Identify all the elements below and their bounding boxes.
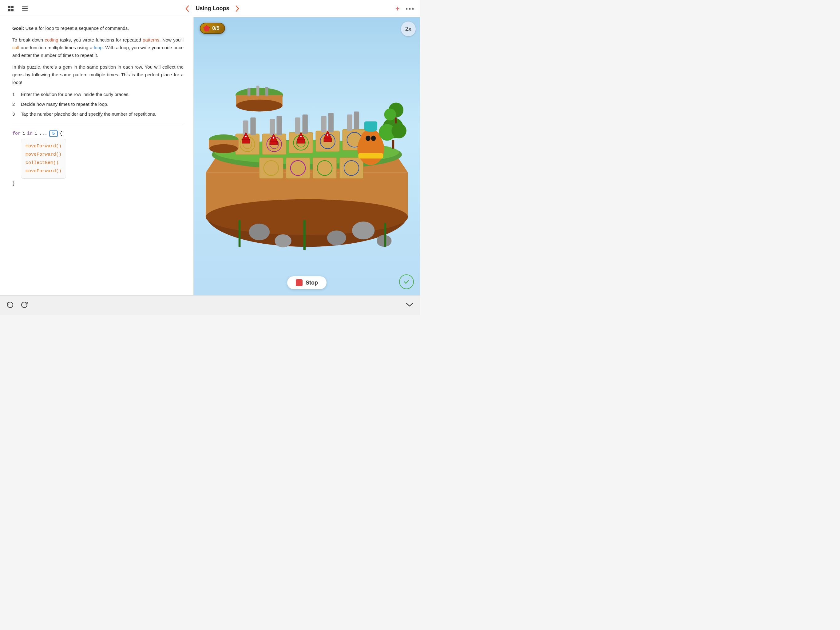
svg-point-83 <box>236 100 283 112</box>
svg-rect-2 <box>8 9 11 11</box>
svg-text:♦: ♦ <box>273 135 275 139</box>
code-line-4: moveForward() <box>25 167 62 175</box>
left-panel: Goal: Use a for loop to repeat a sequenc… <box>0 17 194 295</box>
for-loop-header: for i in 1 ... 5 { <box>12 130 183 137</box>
desc1-paragraph: To break down coding tasks, you wrote fu… <box>12 36 183 59</box>
svg-rect-65 <box>324 138 332 142</box>
score-gem-icon <box>204 25 210 32</box>
code-area: for i in 1 ... 5 { moveForward() moveFor… <box>12 130 183 187</box>
desc1-part1: To break down <box>12 37 44 43</box>
step-num-2: 2 <box>12 101 17 108</box>
svg-point-79 <box>384 109 396 120</box>
svg-rect-77 <box>392 140 394 149</box>
redo-button[interactable] <box>20 301 28 310</box>
code-block: moveForward() moveForward() collectGem()… <box>21 139 66 179</box>
svg-rect-62 <box>297 140 305 143</box>
nav-right: + <box>395 5 414 12</box>
svg-point-89 <box>209 144 238 153</box>
undo-button[interactable] <box>6 301 14 310</box>
goal-paragraph: Goal: Use a for loop to repeat a sequenc… <box>12 25 183 32</box>
code-line-2: moveForward() <box>25 150 62 159</box>
svg-rect-47 <box>270 119 275 135</box>
svg-rect-46 <box>250 117 256 135</box>
svg-rect-3 <box>11 9 14 11</box>
top-nav: Using Loops + <box>0 0 420 17</box>
prev-button[interactable] <box>184 4 191 13</box>
main-content: Goal: Use a for loop to repeat a sequenc… <box>0 17 420 295</box>
svg-point-9 <box>412 8 414 10</box>
svg-point-13 <box>206 199 408 235</box>
svg-point-69 <box>366 136 370 141</box>
desc1-coding: coding <box>44 37 58 43</box>
code-line-3: collectGem() <box>25 159 62 167</box>
svg-point-70 <box>371 136 376 141</box>
svg-rect-52 <box>328 113 333 132</box>
svg-rect-51 <box>321 116 326 132</box>
step-num-3: 3 <box>12 111 17 118</box>
svg-rect-85 <box>256 85 259 96</box>
desc2-paragraph: In this puzzle, there's a gem in the sam… <box>12 63 183 86</box>
list-view-button[interactable] <box>20 4 30 13</box>
svg-point-18 <box>327 230 346 245</box>
next-button[interactable] <box>234 4 241 13</box>
stop-icon <box>296 279 303 286</box>
step-text-3: Tap the number placeholder and specify t… <box>21 111 156 118</box>
in-keyword: in <box>27 131 33 136</box>
svg-text:♦: ♦ <box>245 134 247 138</box>
step-text-1: Enter the solution for one row inside th… <box>21 91 130 98</box>
check-button[interactable] <box>399 274 414 289</box>
bottom-bar <box>0 295 420 315</box>
step-item-2: 2 Decide how many times to repeat the lo… <box>12 101 183 108</box>
svg-rect-50 <box>303 114 308 134</box>
desc1-part3: . Now you'll <box>159 37 183 43</box>
svg-rect-4 <box>22 6 28 7</box>
island-scene: ♦ ♦ ♦ ♦ <box>200 33 414 271</box>
step-text-2: Decide how many times to repeat the loop… <box>21 101 108 108</box>
svg-rect-59 <box>270 141 277 145</box>
svg-rect-84 <box>248 88 251 96</box>
svg-rect-22 <box>384 223 386 247</box>
for-keyword: for <box>12 131 21 136</box>
open-brace: { <box>60 131 62 136</box>
score-badge: 0/5 <box>200 23 225 34</box>
grid-view-button[interactable] <box>6 4 15 13</box>
svg-rect-23 <box>238 220 241 247</box>
svg-rect-73 <box>364 121 377 130</box>
nav-center: Using Loops <box>184 4 241 13</box>
bottom-right <box>405 301 414 309</box>
desc1-part2: tasks, you wrote functions for repeated <box>58 37 143 43</box>
goal-label: Goal: <box>12 25 24 31</box>
close-brace-line: } <box>12 181 183 187</box>
bottom-left <box>6 301 28 310</box>
add-button[interactable]: + <box>395 5 400 12</box>
stop-button[interactable]: Stop <box>287 276 327 289</box>
loop-count-badge[interactable]: 5 <box>49 130 58 137</box>
close-brace: } <box>12 181 15 187</box>
page-title: Using Loops <box>196 5 229 12</box>
range-start: 1 <box>35 131 37 136</box>
svg-rect-5 <box>22 8 28 9</box>
chevron-down-button[interactable] <box>405 301 414 309</box>
more-button[interactable] <box>406 5 414 12</box>
code-line-1: moveForward() <box>25 142 62 150</box>
svg-rect-54 <box>354 112 359 130</box>
divider <box>12 124 183 124</box>
svg-rect-56 <box>242 140 249 143</box>
svg-point-16 <box>249 224 270 240</box>
svg-text:♦: ♦ <box>327 133 329 136</box>
svg-point-17 <box>275 234 292 248</box>
dots: ... <box>39 131 47 136</box>
svg-point-76 <box>392 123 406 138</box>
steps-list: 1 Enter the solution for one row inside … <box>12 91 183 118</box>
step-num-1: 1 <box>12 91 17 98</box>
desc1-call: call <box>12 45 19 50</box>
step-item-3: 3 Tap the number placeholder and specify… <box>12 111 183 118</box>
desc1-loop: loop <box>94 45 103 50</box>
desc1-part4: one function multiple times using a <box>19 45 94 50</box>
svg-text:♦: ♦ <box>300 134 302 138</box>
svg-rect-6 <box>22 10 28 11</box>
svg-point-7 <box>406 8 407 10</box>
svg-point-68 <box>360 130 381 150</box>
svg-rect-0 <box>8 6 11 8</box>
svg-point-19 <box>352 222 374 239</box>
